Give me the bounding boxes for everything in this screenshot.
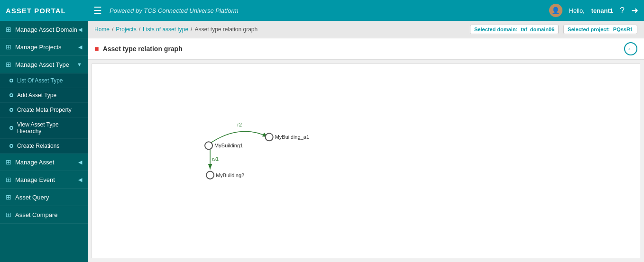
graph-svg: r2 is1 MyBuilding1 MyBuilding_a1 MyBuild… <box>92 64 640 258</box>
help-icon[interactable]: ? <box>620 6 625 16</box>
node-mybuilding2[interactable] <box>206 172 214 179</box>
sidebar-subitem-view-asset-type-hierarchy[interactable]: View Asset Type Hierarchy <box>0 117 88 139</box>
grid-icon: ⊞ <box>6 43 11 51</box>
chevron-icon: ◀ <box>78 159 82 165</box>
avatar: 👤 <box>549 4 562 17</box>
dot-icon <box>9 144 13 148</box>
sidebar-subitem-create-relations[interactable]: Create Relations <box>0 139 88 154</box>
sidebar-label-asset-query: Asset Query <box>15 194 49 201</box>
app-subtitle: Powered by TCS Connected Universe Platfo… <box>110 7 549 14</box>
sidebar-subitem-create-meta-property[interactable]: Create Meta Property <box>0 103 88 117</box>
selected-project-badge: Selected project: PQssR1 <box>563 25 637 34</box>
sidebar-sublabel: Add Asset Type <box>17 92 56 99</box>
username: tenant1 <box>591 7 613 14</box>
chevron-icon: ◀ <box>78 27 82 33</box>
grid-icon: ⊞ <box>6 158 11 166</box>
node-label-mybuilding2: MyBuilding2 <box>216 172 244 178</box>
sidebar-label-asset-compare: Asset Compare <box>15 211 58 218</box>
sidebar-item-manage-asset-domain[interactable]: ⊞ Manage Asset Domain ◀ <box>0 21 88 38</box>
chevron-icon: ◀ <box>78 44 82 50</box>
sidebar-item-manage-asset-type[interactable]: ⊞ Manage Asset Type ▼ <box>0 56 88 73</box>
topnav-right: 👤 Hello, tenant1 ? ➜ <box>549 4 639 17</box>
dot-icon <box>9 126 13 130</box>
grid-icon: ⊞ <box>6 26 11 33</box>
graph-icon: ■ <box>94 45 99 53</box>
sidebar-item-manage-asset[interactable]: ⊞ Manage Asset ◀ <box>0 154 88 171</box>
hamburger-menu[interactable]: ☰ <box>93 5 102 16</box>
chevron-down-icon: ▼ <box>77 62 82 67</box>
breadcrumb-projects[interactable]: Projects <box>116 26 136 33</box>
edge-label-r2: r2 <box>237 122 242 127</box>
breadcrumb: Home / Projects / Lists of asset type / … <box>94 26 258 33</box>
node-label-mybuilding-a1: MyBuilding_a1 <box>275 134 309 140</box>
sidebar-item-asset-query[interactable]: ⊞ Asset Query <box>0 189 88 206</box>
sidebar-item-manage-projects[interactable]: ⊞ Manage Projects ◀ <box>0 38 88 56</box>
dot-icon <box>9 79 13 82</box>
selected-domain-label: Selected domain: <box>474 27 517 32</box>
sidebar-item-asset-compare[interactable]: ⊞ Asset Compare <box>0 206 88 224</box>
graph-area: r2 is1 MyBuilding1 MyBuilding_a1 MyBuild… <box>92 63 640 258</box>
back-button[interactable]: ← <box>624 42 637 55</box>
selected-domain-badge: Selected domain: taf_domain06 <box>470 25 559 34</box>
hello-text: Hello, <box>569 7 585 14</box>
sidebar-item-manage-event[interactable]: ⊞ Manage Event ◀ <box>0 171 88 189</box>
sidebar-sublabel: List Of Asset Type <box>17 77 63 84</box>
dot-icon <box>9 108 13 112</box>
selected-domain-value: taf_domain06 <box>521 27 554 32</box>
sidebar-subitem-add-asset-type[interactable]: Add Asset Type <box>0 88 88 103</box>
sidebar: ⊞ Manage Asset Domain ◀ ⊞ Manage Project… <box>0 21 88 262</box>
sidebar-sublabel: Create Relations <box>17 143 59 149</box>
edge-label-is1: is1 <box>212 156 219 162</box>
chevron-icon: ◀ <box>78 177 82 183</box>
page-header: ■ Asset type relation graph ← <box>88 38 644 60</box>
node-mybuilding-a1[interactable] <box>266 133 273 141</box>
grid-icon: ⊞ <box>6 61 11 68</box>
dot-icon <box>9 93 13 97</box>
sidebar-label-manage-projects: Manage Projects <box>15 44 62 51</box>
node-mybuilding1[interactable] <box>205 142 212 149</box>
sidebar-sublabel: Create Meta Property <box>17 107 72 113</box>
node-label-mybuilding1: MyBuilding1 <box>214 143 243 148</box>
grid-icon: ⊞ <box>6 176 11 183</box>
breadcrumb-bar: Home / Projects / Lists of asset type / … <box>88 21 644 38</box>
sidebar-subitem-list-of-asset-type[interactable]: List Of Asset Type <box>0 73 88 88</box>
sidebar-label-manage-asset-type: Manage Asset Type <box>15 61 69 68</box>
sidebar-label-manage-asset: Manage Asset <box>15 159 54 166</box>
breadcrumb-selectors: Selected domain: taf_domain06 Selected p… <box>470 25 637 34</box>
top-navbar: ASSET PORTAL ☰ Powered by TCS Connected … <box>0 0 644 21</box>
sidebar-label-manage-asset-domain: Manage Asset Domain <box>15 26 77 33</box>
breadcrumb-current: Asset type relation graph <box>194 26 258 33</box>
sidebar-label-manage-event: Manage Event <box>15 176 55 183</box>
grid-icon: ⊞ <box>6 211 11 218</box>
selected-project-label: Selected project: <box>568 27 610 32</box>
edge-r2 <box>209 131 268 144</box>
sidebar-submenu-asset-type: List Of Asset Type Add Asset Type Create… <box>0 73 88 154</box>
app-logo: ASSET PORTAL <box>6 7 93 15</box>
breadcrumb-home[interactable]: Home <box>94 26 110 33</box>
main-content: Home / Projects / Lists of asset type / … <box>88 21 644 262</box>
breadcrumb-lists[interactable]: Lists of asset type <box>143 26 188 33</box>
logout-icon[interactable]: ➜ <box>631 5 638 16</box>
page-title: Asset type relation graph <box>103 45 183 53</box>
sidebar-sublabel: View Asset Type Hierarchy <box>17 121 81 135</box>
grid-icon: ⊞ <box>6 193 11 201</box>
selected-project-value: PQssR1 <box>613 27 633 32</box>
